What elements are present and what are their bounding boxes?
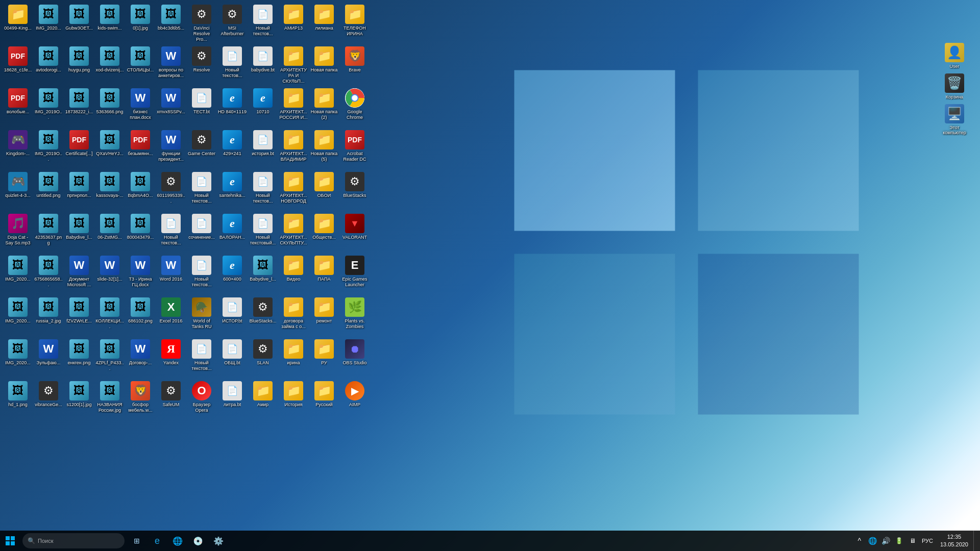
desktop-icon-img-2020-3[interactable]: 🖼IMG_2020... (3, 295, 33, 326)
desktop-icon-num-6011995339[interactable]: ⚙6011995339... (156, 170, 186, 206)
desktop-icon-remont[interactable]: 📁ремонт (309, 295, 339, 326)
desktop-icon-plants-vs-zombies[interactable]: 🌿Plants vs. Zombies (339, 295, 370, 332)
desktop-icon-bosfor[interactable]: 🦁босфор мебель.w... (125, 379, 156, 415)
desktop-icon-resolve[interactable]: ⚙Resolve (186, 44, 217, 75)
desktop-icon-num-429x241[interactable]: e429×241 (217, 128, 248, 159)
desktop-icon-vibrancege[interactable]: ⚙vibranceGe... (33, 379, 64, 410)
desktop-icon-amir-folder[interactable]: 📁Амир (248, 379, 278, 410)
tray-monitor[interactable]: 🖥 (906, 531, 919, 551)
desktop-icon-irina[interactable]: 📁ирина (278, 337, 309, 368)
taskbar-search[interactable]: 🔍 Поиск (22, 533, 125, 548)
desktop-icon-bqbma4o[interactable]: 🖼BqbmA4O... (125, 170, 156, 201)
desktop-icon-obs-studio[interactable]: ⏺OBS Studio (339, 337, 370, 368)
desktop-icon-novyi-tekst-6[interactable]: 📄Новый текстовый... (248, 212, 278, 248)
desktop-icon-kids-swim[interactable]: 🖼kids-swim... (94, 3, 125, 33)
desktop-icon-arkhitektura-novgorod[interactable]: 📁АРХИТЕКТ... НОВГОРОД (278, 170, 309, 206)
desktop-icon-video[interactable]: 📁Видео (278, 254, 309, 284)
desktop-icon-42353637[interactable]: 🖼42353637.png (33, 212, 64, 248)
desktop-icon-nazvaniya-rossii[interactable]: 🖼НАЗВАНИЯ России.jpg (94, 379, 125, 415)
desktop-icon-dogovor[interactable]: WДоговор-... (125, 337, 156, 368)
desktop-icon-dokument-ms[interactable]: WДокумент Microsoft ... (64, 254, 94, 290)
desktop-icon-0_1_jpg[interactable]: 🖼0[1].jpg (125, 3, 156, 33)
desktop-icon-18738222[interactable]: 🖼18738222_i... (64, 86, 94, 117)
desktop-icon-untitled[interactable]: 🖼untitled.png (33, 170, 64, 201)
desktop-icon-amir13[interactable]: 📁АМИР13 (278, 3, 309, 33)
desktop-icon-certificate[interactable]: PDFCertificate[...] (64, 128, 94, 159)
desktop-icon-fzvzwrle[interactable]: 🖼fZVZWrLE... (64, 295, 94, 326)
desktop-icon-russia-2[interactable]: 🖼russia_2.jpg (33, 295, 64, 326)
desktop-icon-arkhitektura-sculpt[interactable]: 📁АРХИТЕКТ... СКУЛЬПТУ... (278, 212, 309, 248)
tray-battery[interactable]: 🔋 (893, 531, 905, 551)
desktop-icon-xod-dvizenij[interactable]: 🖼xod-dvizenij... (94, 44, 125, 75)
desktop-icon-santehnika[interactable]: esantehnika... (217, 170, 248, 201)
desktop-icon-t3-irina[interactable]: WТ3 - Ирина ГЦ.docx (125, 254, 156, 290)
desktop-icon-yandex[interactable]: ЯYandex (156, 337, 186, 368)
desktop-icon-hd-1[interactable]: 🖼hd_1.png (3, 379, 33, 410)
desktop-icon-aimp[interactable]: ▶AIMP (339, 379, 370, 410)
desktop-icon-istoriya-bt[interactable]: 📄история.bt (248, 128, 278, 159)
task-view-button[interactable]: ⊞ (127, 531, 147, 551)
desktop-icon-davinci[interactable]: ⚙DaVinci Resolve Pro... (186, 3, 217, 44)
desktop-icon-enkgen[interactable]: 🖼енкген.png (64, 337, 94, 368)
desktop-icon-obshch-bt[interactable]: 📄ОБЩ.bt (217, 337, 248, 368)
steam-taskbar[interactable]: 💿 (188, 531, 208, 551)
desktop-icon-world-of-tanks[interactable]: 🪖World of Tanks RU (186, 295, 217, 332)
desktop-icon-pc[interactable]: 🖥️ Этот компьютер (937, 102, 972, 138)
desktop-icon-papa[interactable]: 📁ПАПА (309, 254, 339, 284)
desktop-icon-qxavheyv[interactable]: 🖼QXaVHeYJ... (94, 128, 125, 159)
desktop-icon-num-600x400[interactable]: e600×400 (217, 254, 248, 284)
desktop-icon-4zplf[interactable]: 🖼4ZPLf_P433... (94, 337, 125, 373)
desktop-icon-doja-cat[interactable]: 🎵Doja Cat - Say So.mp3 (3, 212, 33, 248)
desktop-icon-novyi-tekst-2[interactable]: 📄Новый текстов... (217, 44, 248, 81)
desktop-icon-bluestacks-2[interactable]: ⚙BlueStacks... (248, 295, 278, 326)
desktop-icon-word-2016[interactable]: WWord 2016 (156, 254, 186, 284)
desktop-icon-bezymyann[interactable]: PDFбезымянн... (125, 128, 156, 159)
desktop-icon-kassovaya[interactable]: 🖼kassovaya-... (94, 170, 125, 201)
desktop-icon-arkhitektura-vladimir[interactable]: 📁АРХИТЕКТ... ВЛАДИМИР (278, 128, 309, 164)
desktop-icon-novyi-tekst-7[interactable]: 📄Новый текстов... (186, 254, 217, 290)
desktop-icon-brave[interactable]: 🦁Brave (339, 44, 370, 75)
desktop-icon-num-686102[interactable]: 🖼686102.png (125, 295, 156, 326)
desktop-icon-funkcii-prezident[interactable]: Wфункции президент... (156, 128, 186, 164)
desktop-icon-18628-c1fe[interactable]: PDF18628_c1fe... (3, 44, 33, 75)
desktop-icon-img-2020-2[interactable]: 🖼IMG_2020... (3, 254, 33, 284)
desktop-icon-5363666[interactable]: 🖼5363666.png (94, 86, 125, 117)
desktop-icon-google-chrome[interactable]: Google Chrome (339, 86, 370, 122)
desktop-icon-novyi-tekst-8[interactable]: 📄Новый текстов... (186, 337, 217, 373)
tray-volume[interactable]: 🔊 (880, 531, 892, 551)
desktop-icon-bb4c3d6b5[interactable]: 🖼bb4c3d6b5... (156, 3, 186, 33)
desktop-icon-valorant[interactable]: ▼VALORANT (339, 212, 370, 242)
desktop-icon-dogovor-zayma[interactable]: 📁договора займа с о... (278, 295, 309, 332)
desktop-icon-epic-games[interactable]: EEpic Games Launcher (339, 254, 370, 290)
desktop-icon-gubw3oet[interactable]: 🖼Gubw3OET... (64, 3, 94, 33)
desktop-icon-acrobat-reader[interactable]: PDFAcrobat Reader DC (339, 128, 370, 164)
desktop-icon-prpnrpol[interactable]: 🖼прпнрпол... (64, 170, 94, 201)
desktop-icon-novaya-papka-2[interactable]: 📁Новая папка (2) (309, 86, 339, 122)
desktop-icon-06-zstmg[interactable]: 🖼06-ZstMG... (94, 212, 125, 242)
desktop-icon-num-10710[interactable]: e10710 (248, 86, 278, 117)
desktop-icon-num-800043479[interactable]: 🖼800043479... (125, 212, 156, 242)
desktop-icon-msi-afterburner[interactable]: ⚙MSI Afterburner (217, 3, 248, 39)
desktop-icon-novyi-tekst-3[interactable]: 📄Новый текстов... (186, 170, 217, 206)
desktop-icon-ru-folder[interactable]: 📁РУ (309, 337, 339, 368)
desktop-icon-quizlet[interactable]: 🎮quizlet-4-3... (3, 170, 33, 201)
desktop-icon-litra-bt[interactable]: 📄литра.bt (217, 379, 248, 410)
desktop-icon-vonobyue[interactable]: PDFволобые... (3, 86, 33, 117)
desktop-icon-russkiy[interactable]: 📁Русский (309, 379, 339, 410)
edge-taskbar[interactable]: e (147, 531, 167, 551)
desktop-icon-obshchestvo[interactable]: 📁Обществ... (309, 212, 339, 242)
desktop-icon-slan[interactable]: ⚙SLAN (248, 337, 278, 368)
desktop-icon-babydive-bt[interactable]: 📄babydive.bt (248, 44, 278, 75)
desktop-icon-istor-bt[interactable]: 📄ИСТОР.bt (217, 295, 248, 326)
start-button[interactable] (0, 531, 20, 551)
desktop-icon-num-6756865658[interactable]: 🖼6756865658... (33, 254, 64, 290)
desktop-icon-bluestacks-1[interactable]: ⚙BlueStacks (339, 170, 370, 201)
desktop-icon-s1200-1[interactable]: 🖼s1200[1].jpg (64, 379, 94, 410)
desktop-icon-brauzer-opera[interactable]: OБраузер Opera (186, 379, 217, 415)
desktop-icon-excel-2016[interactable]: XExcel 2016 (156, 295, 186, 326)
show-desktop[interactable] (973, 531, 977, 551)
desktop-icon-game-center[interactable]: ⚙Game Center (186, 128, 217, 159)
desktop-icon-xmvx8sspv[interactable]: Wxmvx8SSPv... (156, 86, 186, 117)
desktop-icon-biznes-plan[interactable]: Wбизнес план.docx (125, 86, 156, 122)
desktop-icon-novyi-tekst-4[interactable]: 📄Новый текстов... (248, 170, 278, 206)
